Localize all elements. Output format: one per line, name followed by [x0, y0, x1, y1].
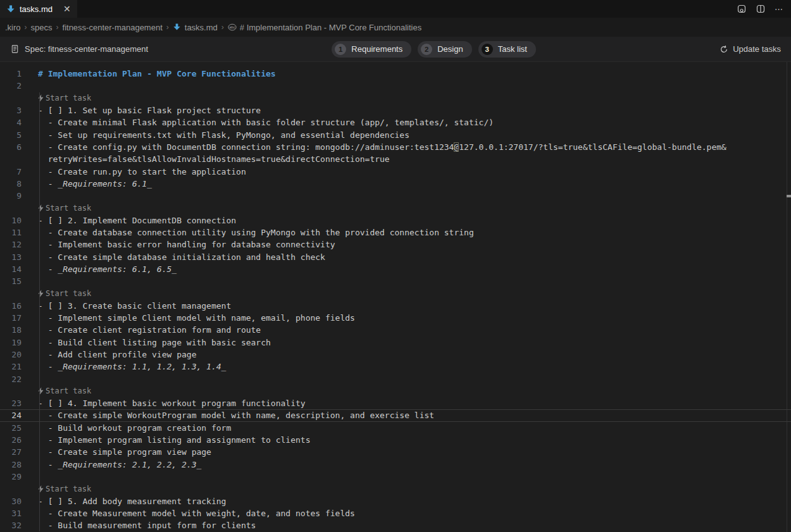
split-editor-icon[interactable]: [756, 4, 766, 14]
line-number: 7: [0, 167, 22, 176]
indent-guide: [39, 214, 40, 226]
code-segment: retryWrites=false&tlsAllowInvalidHostnam…: [38, 154, 390, 164]
code-text[interactable]: - [ ] 2. Implement DocumentDB connection: [38, 216, 236, 225]
breadcrumb-item[interactable]: tasks.md: [173, 23, 218, 32]
code-text[interactable]: - Implement program listing and assignme…: [38, 435, 310, 445]
editor-line: 25 - Build workout program creation form: [0, 422, 791, 434]
code-segment: - Add client profile view page: [38, 350, 196, 359]
start-task-codelens[interactable]: Start task: [38, 204, 91, 213]
code-segment: - Implement basic error handling for dat…: [38, 240, 335, 249]
line-number: 20: [0, 350, 22, 359]
markdown-preview-icon[interactable]: [737, 4, 747, 14]
step-number-badge: 1: [335, 44, 346, 55]
code-text[interactable]: - Set up requirements.txt with Flask, Py…: [38, 130, 409, 140]
code-segment-italic: _Requirements: 2.1, 2.2, 2.3_: [58, 460, 201, 469]
code-segment-heading: # Implementation Plan - MVP Core Functio…: [38, 69, 276, 78]
editor-line: 3- [ ] 1. Set up basic Flask project str…: [0, 104, 791, 116]
indent-guide: [39, 190, 40, 202]
breadcrumb-item[interactable]: fitness-center-management: [63, 23, 163, 32]
editor-line: 16- [ ] 3. Create basic client managemen…: [0, 300, 791, 312]
code-text[interactable]: - Create run.py to start the application: [38, 167, 246, 176]
start-task-codelens[interactable]: Start task: [38, 485, 91, 493]
indent-guide: [39, 312, 40, 324]
editor-line: 18 - Create client registration form and…: [0, 324, 791, 336]
start-task-codelens[interactable]: Start task: [38, 289, 91, 298]
indent-guide: [39, 519, 40, 531]
indent-guide: [39, 287, 40, 299]
code-segment: -: [38, 460, 58, 469]
code-segment: - Create Measurement model with weight, …: [38, 509, 355, 518]
start-task-codelens[interactable]: Start task: [38, 94, 91, 102]
spec-step-design[interactable]: 2Design: [418, 41, 471, 58]
indent-guide: [39, 507, 40, 519]
refresh-icon: [719, 45, 728, 54]
code-text[interactable]: - Create Measurement model with weight, …: [38, 509, 355, 518]
code-text[interactable]: - Build measurement input form for clien…: [38, 521, 256, 530]
code-text[interactable]: - Create config.py with DocumentDB conne…: [38, 142, 726, 152]
breadcrumb-separator: ›: [25, 23, 27, 32]
code-lens-row: Start task: [0, 483, 791, 495]
code-text[interactable]: - _Requirements: 2.1, 2.2, 2.3_: [38, 460, 201, 469]
indent-guide: [39, 397, 40, 409]
line-number: 23: [0, 399, 22, 408]
code-text[interactable]: retryWrites=false&tlsAllowInvalidHostnam…: [38, 154, 390, 164]
code-segment: - [ ] 5. Add body measurement tracking: [38, 497, 226, 506]
spec-step-requirements[interactable]: 1Requirements: [332, 41, 411, 58]
code-text[interactable]: - Create simple WorkoutProgram model wit…: [38, 411, 434, 420]
update-tasks-button[interactable]: Update tasks: [719, 44, 781, 54]
breadcrumb-item[interactable]: specs: [31, 23, 53, 32]
code-segment: - Create simple program view page: [38, 447, 211, 457]
code-segment: - Build measurement input form for clien…: [38, 521, 256, 530]
code-text[interactable]: - Create client registration form and ro…: [38, 325, 261, 335]
code-text[interactable]: - Create database connection utility usi…: [38, 228, 474, 237]
indent-guide: [39, 434, 40, 446]
indent-guide: [39, 238, 40, 251]
line-number: 8: [0, 179, 22, 189]
code-text[interactable]: - Implement basic error handling for dat…: [38, 240, 335, 249]
spec-step-task-list[interactable]: 3Task list: [478, 41, 536, 58]
indent-guide: [39, 300, 40, 312]
breadcrumb: .kiro›specs›fitness-center-management›ta…: [0, 18, 791, 37]
editor-actions: ⋯: [737, 0, 791, 18]
code-text[interactable]: - Build workout program creation form: [38, 423, 231, 433]
code-lens-row: Start task: [0, 92, 791, 104]
breadcrumb-item[interactable]: abc# Implementation Plan - MVP Core Func…: [228, 23, 421, 32]
code-text[interactable]: - Create simple program view page: [38, 447, 211, 457]
editor-line: 21 - _Requirements: 1.1, 1.2, 1.3, 1.4_: [0, 361, 791, 373]
line-number: 16: [0, 301, 22, 311]
code-text[interactable]: - Add client profile view page: [38, 350, 196, 359]
code-text[interactable]: - _Requirements: 6.1_: [38, 179, 152, 189]
code-segment: - Build workout program creation form: [38, 423, 231, 433]
editor: 1# Implementation Plan - MVP Core Functi…: [0, 62, 791, 532]
code-text[interactable]: - Create minimal Flask application with …: [38, 118, 494, 127]
start-task-codelens[interactable]: Start task: [38, 387, 91, 395]
code-text[interactable]: - Build client listing page with basic s…: [38, 338, 271, 347]
code-text[interactable]: - Create simple database initialization …: [38, 252, 325, 262]
tab-tasks-md[interactable]: tasks.md ✕: [0, 0, 77, 18]
indent-guide: [39, 422, 40, 434]
code-text[interactable]: - Implement simple Client model with nam…: [38, 313, 355, 323]
codelens-label: Start task: [46, 94, 91, 102]
line-number: 3: [0, 106, 22, 115]
more-actions-icon[interactable]: ⋯: [775, 4, 783, 14]
code-text[interactable]: # Implementation Plan - MVP Core Functio…: [38, 69, 276, 78]
breadcrumb-item[interactable]: .kiro: [5, 23, 21, 32]
indent-guide: [39, 495, 40, 507]
line-number: 30: [0, 497, 22, 506]
tab-strip: tasks.md ✕ ⋯: [0, 0, 791, 18]
line-number: 10: [0, 216, 22, 225]
tab-close-icon[interactable]: ✕: [63, 4, 71, 13]
code-text[interactable]: - _Requirements: 1.1, 1.2, 1.3, 1.4_: [38, 362, 226, 371]
code-text[interactable]: - [ ] 5. Add body measurement tracking: [38, 497, 226, 506]
code-segment: - Create simple WorkoutProgram model wit…: [38, 411, 434, 420]
indent-guide: [39, 92, 40, 104]
line-number: 22: [0, 374, 22, 384]
code-text[interactable]: - [ ] 3. Create basic client management: [38, 301, 231, 311]
step-label: Requirements: [351, 44, 402, 54]
code-text[interactable]: - [ ] 4. Implement basic workout program…: [38, 399, 306, 408]
markdown-file-icon: [6, 4, 15, 13]
code-text[interactable]: - _Requirements: 6.1, 6.5_: [38, 264, 177, 274]
code-text[interactable]: - [ ] 1. Set up basic Flask project stru…: [38, 106, 261, 115]
editor-line: 9: [0, 190, 791, 202]
indent-guide: [39, 410, 40, 421]
